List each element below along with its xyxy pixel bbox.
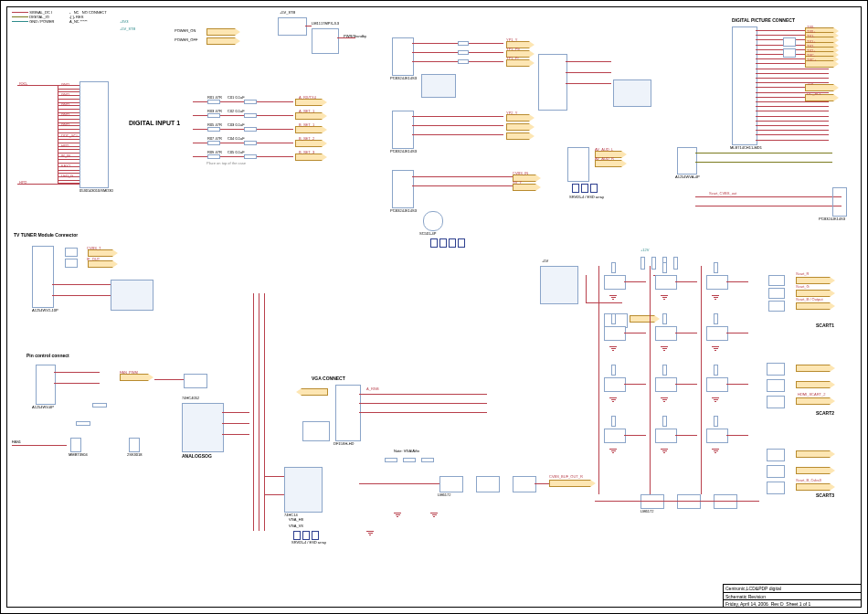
schematic-wire — [695, 153, 832, 154]
offpage-arrow — [796, 290, 831, 297]
resistor — [244, 100, 257, 104]
tb-rev: D — [780, 601, 784, 607]
schematic-wire — [359, 483, 439, 484]
offpage-arrow — [295, 126, 323, 133]
opamp — [767, 363, 785, 376]
schematic-wire — [624, 281, 646, 282]
resistor — [611, 262, 616, 273]
opamp — [767, 396, 785, 408]
schematic-wire — [222, 412, 249, 413]
ref: R09 47R — [207, 150, 222, 154]
opamp — [640, 494, 664, 509]
schematic-wire — [264, 476, 284, 477]
schematic-wire — [58, 159, 79, 160]
ref: R01 47R — [207, 95, 222, 100]
part-number: PCB324JK14S3 — [390, 208, 417, 213]
schematic-wire — [58, 183, 79, 184]
resistor — [714, 262, 718, 273]
offpage-arrow — [549, 480, 591, 487]
schematic-wire — [598, 266, 599, 494]
net-label: VGA_HS — [289, 517, 303, 522]
schematic-wire — [726, 435, 748, 436]
resistor — [207, 100, 220, 104]
schematic-wire — [52, 284, 111, 285]
esd-diode — [590, 184, 598, 193]
header-block — [538, 54, 567, 111]
opamp — [439, 476, 463, 492]
schematic-wire — [675, 333, 697, 333]
esd-diode — [449, 238, 456, 248]
ref: R05 47R — [207, 122, 222, 127]
offpage-arrow — [295, 112, 323, 120]
esd-diode — [293, 531, 301, 540]
schematic-wire — [756, 140, 829, 141]
connector-cn04 — [335, 385, 361, 441]
schematic-wire — [52, 295, 111, 296]
legend: SIGNAL_DC I DIGITAL_IO GND / POWER — [12, 10, 54, 24]
gnd-symbol — [609, 397, 617, 398]
schematic-wire — [54, 372, 100, 373]
schematic-wire — [586, 275, 587, 302]
opamp — [767, 465, 785, 478]
offpage-arrow — [506, 114, 530, 122]
resistor — [611, 313, 616, 324]
ic-block — [278, 17, 307, 36]
net-label: HDMI_SCART_2 — [798, 392, 825, 397]
schematic-wire — [566, 61, 611, 62]
ic-block — [613, 79, 651, 107]
schematic-wire — [624, 435, 646, 436]
offpage-arrow — [796, 467, 831, 474]
schematic-wire — [54, 383, 100, 384]
ic-ref: LM6172 — [640, 509, 653, 513]
offpage-arrow — [295, 99, 323, 106]
pin-label: GND — [61, 92, 69, 97]
ic-u2-mux — [182, 403, 224, 452]
esd-diode — [439, 238, 447, 248]
schematic-wire — [412, 185, 513, 186]
filter — [783, 37, 796, 47]
net-label: B_SET_2 — [299, 136, 314, 141]
opamp — [706, 377, 728, 392]
schematic-wire — [675, 281, 697, 282]
ref: C04 0.1uF — [228, 136, 245, 141]
schematic-wire — [222, 423, 249, 424]
opamp — [767, 482, 785, 494]
pin-label: IR_IN — [61, 154, 70, 158]
resistor — [458, 41, 469, 46]
schematic-wire — [756, 106, 829, 107]
schematic-wire — [222, 434, 249, 435]
offpage-arrow — [796, 277, 831, 284]
ref: C05 0.1uF — [228, 150, 245, 154]
net-label: YP1_Pb — [506, 47, 520, 51]
net-label: +12V — [640, 248, 649, 252]
note: Note: VGA/AVin — [394, 449, 419, 453]
offpage-arrow — [796, 381, 831, 388]
ref: C03 0.1uF — [228, 122, 245, 127]
opamp — [513, 476, 536, 492]
resistor — [662, 416, 667, 427]
schematic-wire — [264, 293, 265, 531]
section-title: SCART2 — [816, 410, 834, 416]
resistor — [662, 365, 667, 376]
schematic-wire — [695, 196, 842, 197]
resistor — [244, 127, 257, 132]
schematic-wire — [726, 333, 748, 333]
schematic-wire — [154, 379, 184, 380]
part-number: DF15SH-HD — [333, 441, 354, 446]
resistor — [207, 113, 220, 118]
schematic-wire — [412, 176, 513, 177]
esd-diode — [572, 184, 579, 193]
connector-cn11 — [677, 147, 697, 175]
gnd-symbol — [712, 449, 719, 450]
tb-sheet: 1 of 1 — [799, 601, 811, 607]
gnd-symbol — [712, 295, 719, 296]
opamp — [604, 429, 626, 443]
filter — [783, 48, 796, 58]
ic-block — [540, 266, 578, 304]
ic-ref: LM6172 — [438, 492, 450, 497]
schematic-wire — [58, 89, 79, 90]
schematic-wire — [756, 82, 829, 83]
offpage-arrow — [506, 123, 530, 131]
resistor — [611, 416, 616, 427]
net-label: CVBS_BUF_OUT_R — [549, 474, 583, 479]
